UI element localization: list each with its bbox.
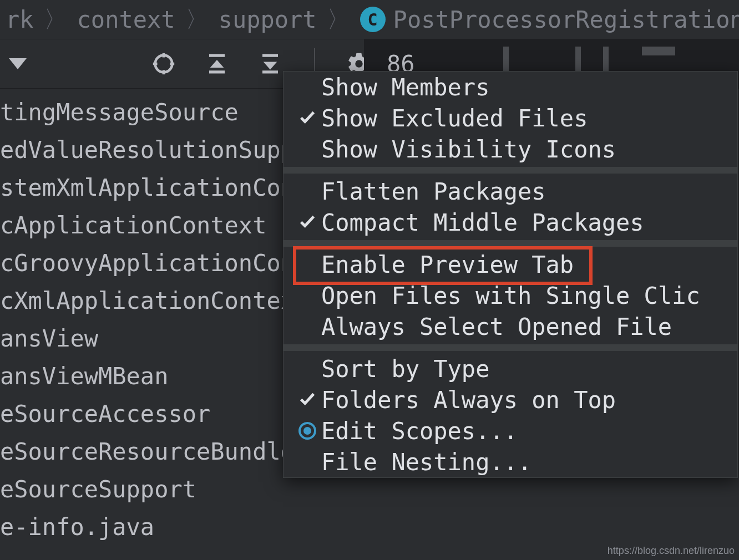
options-popup: Show MembersShow Excluded FilesShow Visi…	[283, 71, 738, 478]
menu-item[interactable]: Compact Middle Packages	[284, 207, 737, 238]
select-opened-file-icon[interactable]	[150, 50, 178, 78]
svg-rect-10	[262, 70, 278, 73]
menu-separator	[284, 167, 737, 174]
chevron-right-icon: 〉	[327, 4, 350, 35]
breadcrumb-item[interactable]: support	[219, 6, 317, 33]
structure-mark	[642, 47, 675, 55]
svg-marker-6	[210, 60, 224, 68]
menu-item-label: Folders Always on Top	[321, 386, 616, 414]
svg-rect-5	[209, 54, 225, 57]
check-icon	[293, 386, 321, 414]
breadcrumb-item[interactable]: PostProcessorRegistrationDele	[393, 6, 739, 33]
class-icon: C	[360, 7, 386, 32]
menu-item[interactable]: Show Members	[284, 72, 737, 103]
tree-item[interactable]: e-info.java	[0, 508, 739, 546]
menu-item-label: Open Files with Single Clic	[321, 282, 700, 309]
check-icon	[293, 209, 321, 236]
menu-item[interactable]: Folders Always on Top	[284, 384, 737, 415]
svg-marker-9	[264, 62, 277, 70]
chevron-right-icon: 〉	[185, 4, 209, 35]
breadcrumb-item[interactable]: rk	[6, 6, 34, 33]
svg-rect-7	[209, 70, 225, 73]
menu-item[interactable]: Sort by Type	[284, 353, 737, 384]
breadcrumb: rk 〉 context 〉 support 〉 C PostProcessor…	[0, 0, 739, 39]
menu-item[interactable]: Show Visibility Icons	[284, 134, 737, 165]
menu-item-label: Compact Middle Packages	[321, 209, 644, 236]
expand-all-icon[interactable]	[203, 50, 231, 78]
menu-separator	[284, 240, 737, 247]
radio-icon	[293, 422, 321, 440]
menu-item[interactable]: Enable Preview Tab	[284, 249, 737, 280]
menu-separator	[284, 344, 737, 351]
menu-item[interactable]: Flatten Packages	[284, 176, 737, 207]
menu-item-label: Show Members	[321, 74, 489, 101]
menu-item-label: Edit Scopes...	[321, 418, 518, 445]
watermark: https://blog.csdn.net/lirenzuo	[608, 545, 735, 557]
menu-item-label: Flatten Packages	[321, 178, 546, 205]
menu-item-label: File Nesting...	[321, 449, 532, 476]
menu-item-label: Show Excluded Files	[321, 105, 588, 132]
menu-item[interactable]: Open Files with Single Clic	[284, 280, 737, 311]
chevron-right-icon: 〉	[44, 4, 67, 35]
dropdown-arrow-icon[interactable]	[9, 58, 27, 69]
menu-item[interactable]: Edit Scopes...	[284, 415, 737, 446]
menu-item[interactable]: File Nesting...	[284, 446, 737, 477]
svg-rect-8	[262, 54, 278, 57]
collapse-all-icon[interactable]	[256, 50, 284, 78]
svg-point-0	[155, 55, 173, 73]
breadcrumb-item[interactable]: context	[77, 6, 175, 33]
menu-item[interactable]: Show Excluded Files	[284, 103, 737, 134]
menu-item-label: Enable Preview Tab	[321, 251, 574, 278]
check-icon	[293, 105, 321, 132]
menu-item-label: Show Visibility Icons	[321, 136, 616, 163]
menu-item[interactable]: Always Select Opened File	[284, 311, 737, 342]
menu-item-label: Sort by Type	[321, 355, 489, 383]
menu-item-label: Always Select Opened File	[321, 313, 672, 340]
